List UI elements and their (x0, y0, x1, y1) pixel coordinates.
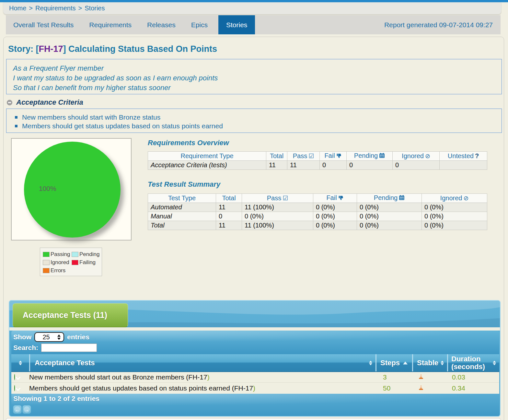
stability-cone-icon (414, 384, 448, 392)
col-pending: Pending (347, 152, 393, 161)
ignored-slash-icon: ⊘ (463, 195, 468, 202)
legend-pending: Pending (72, 251, 99, 258)
pie-slice-passing (24, 142, 121, 238)
col-pending: Pending (357, 194, 422, 203)
legend-errors: Errors (43, 267, 72, 274)
prev-page-button[interactable]: ← (13, 405, 22, 414)
table-row: Acceptance Criteria (tests) 11 11 0 0 0 (148, 161, 487, 170)
sort-icon (493, 361, 496, 365)
test-row[interactable]: Members should get status updates based … (11, 383, 499, 393)
narrative-line: I want my status to be upgraded as soon … (13, 73, 502, 83)
column-steps[interactable]: Steps (376, 354, 412, 371)
pending-calendar-icon (379, 153, 385, 160)
legend-ignored: Ignored (43, 259, 72, 266)
test-result-summary-table: Test Type Total Pass☑ Fail Pending Ignor… (148, 193, 487, 230)
test-title-link[interactable]: New members should start out as Bronze m… (29, 373, 378, 381)
pending-calendar-icon (399, 195, 405, 202)
column-duration[interactable]: Duration (seconds) (448, 354, 499, 371)
table-row-manual: Manual 0 0 (0%) 0 (0%) 0 (0%) 0 (0%) (148, 212, 487, 221)
ignored-swatch-icon (43, 260, 50, 265)
acceptance-criteria-list: New members should start with Bronze sta… (6, 109, 502, 133)
untested-question-icon: ? (475, 152, 479, 159)
passing-status-icon (14, 385, 15, 391)
breadcrumb-stories-link[interactable]: Stories (85, 5, 105, 12)
entries-label: entries (67, 333, 89, 341)
report-page: Home > Requirements > Stories Overall Te… (0, 0, 508, 420)
narrative-line: So that I can benefit from my higher sta… (13, 83, 502, 93)
pie-percentage-label: 100% (39, 185, 56, 192)
col-test-type: Test Type (148, 194, 216, 203)
page-size-select[interactable]: 25 (34, 332, 64, 342)
tab-overall-test-results[interactable]: Overall Test Results (8, 15, 78, 34)
panel-divider (9, 327, 500, 331)
pass-checkbox-icon: ☑ (308, 153, 314, 159)
acceptance-tests-panel: Acceptance Tests (11) Show 25 entries Se… (9, 300, 501, 417)
column-acceptance-tests[interactable]: Acceptance Tests (30, 354, 375, 371)
breadcrumb-separator: > (78, 5, 82, 12)
datatable-footer: Showing 1 to 2 of 2 entries ← → (11, 394, 499, 417)
bullet-square-icon (15, 125, 17, 127)
sort-ascending-icon (403, 361, 408, 364)
failing-swatch-icon (72, 260, 78, 265)
acceptance-criteria-heading: Acceptance Criteria (7, 98, 83, 107)
narrative-line: As a Frequent Flyer member (13, 64, 502, 73)
steps-value: 50 (378, 384, 414, 392)
story-report-panel: Story: [FH-17] Calculating Status Based … (3, 37, 504, 420)
datatable-header: Acceptance Tests Steps Stable Duration (… (11, 354, 499, 372)
tab-stories[interactable]: Stories (218, 15, 255, 34)
ignored-slash-icon: ⊘ (425, 153, 430, 159)
search-label: Search: (13, 344, 38, 352)
bullet-square-icon (15, 116, 17, 119)
tab-requirements[interactable]: Requirements (84, 15, 136, 34)
duration-value: 0.03 (448, 373, 499, 381)
story-id: FH-17 (39, 44, 63, 54)
show-label: Show (13, 333, 31, 341)
breadcrumb-separator: > (29, 5, 33, 12)
page-title: Story: [FH-17] Calculating Status Based … (8, 44, 217, 54)
sort-icon (19, 361, 22, 365)
breadcrumb: Home > Requirements > Stories (3, 2, 501, 14)
legend-failing: Failing (72, 259, 96, 266)
breadcrumb-home-link[interactable]: Home (9, 5, 26, 12)
passing-status-icon (14, 374, 15, 380)
col-untested: Untested? (440, 152, 487, 161)
collapse-minus-icon[interactable] (7, 100, 12, 105)
test-title-link[interactable]: Members should get status updates based … (29, 384, 378, 392)
pagination: ← → (13, 405, 31, 414)
main-nav-tabs: Overall Test Results Requirements Releas… (6, 15, 501, 34)
column-stable[interactable]: Stable (413, 354, 447, 371)
right-arrow-icon: → (24, 406, 30, 413)
table-row-total: Total 11 11 (100%) 0 (0%) 0 (0%) 0 (0%) (148, 221, 487, 230)
pending-swatch-icon (72, 252, 78, 257)
criteria-item: Members should get status updates based … (6, 122, 502, 130)
col-fail: Fail (320, 152, 347, 161)
stability-cone-icon (414, 373, 448, 381)
test-row[interactable]: New members should start out as Bronze m… (11, 372, 499, 383)
criteria-item: New members should start with Bronze sta… (6, 113, 502, 122)
story-narrative: As a Frequent Flyer member I want my sta… (6, 59, 502, 94)
sort-icon (369, 361, 372, 365)
passing-swatch-icon (43, 252, 50, 257)
table-row-automated: Automated 11 11 (100%) 0 (0%) 0 (0%) 0 (… (148, 203, 487, 212)
tab-releases[interactable]: Releases (142, 15, 180, 34)
breadcrumb-requirements-link[interactable]: Requirements (35, 5, 76, 12)
col-total: Total (216, 194, 242, 203)
report-generated-timestamp: Report generated 09-07-2014 09:27 (384, 21, 501, 29)
sort-icon (441, 361, 444, 365)
column-result-sort[interactable] (11, 354, 29, 371)
entries-status: Showing 1 to 2 of 2 entries (13, 395, 99, 402)
next-section-edge (6, 418, 501, 420)
col-requirement-type: Requirement Type (148, 152, 266, 161)
col-pass: Pass☑ (242, 194, 313, 203)
fail-thumbsdown-icon (338, 195, 344, 202)
col-ignored: Ignored⊘ (393, 152, 440, 161)
test-result-summary-heading: Test Result Summary (148, 180, 220, 189)
duration-value: 0.34 (448, 384, 499, 392)
next-page-button[interactable]: → (22, 405, 31, 414)
search-input[interactable] (41, 344, 97, 352)
fail-thumbsdown-icon (336, 153, 342, 160)
col-ignored: Ignored⊘ (422, 194, 487, 203)
legend-passing: Passing (43, 251, 72, 258)
tab-epics[interactable]: Epics (186, 15, 213, 34)
acceptance-tests-tab[interactable]: Acceptance Tests (11) (13, 303, 128, 327)
